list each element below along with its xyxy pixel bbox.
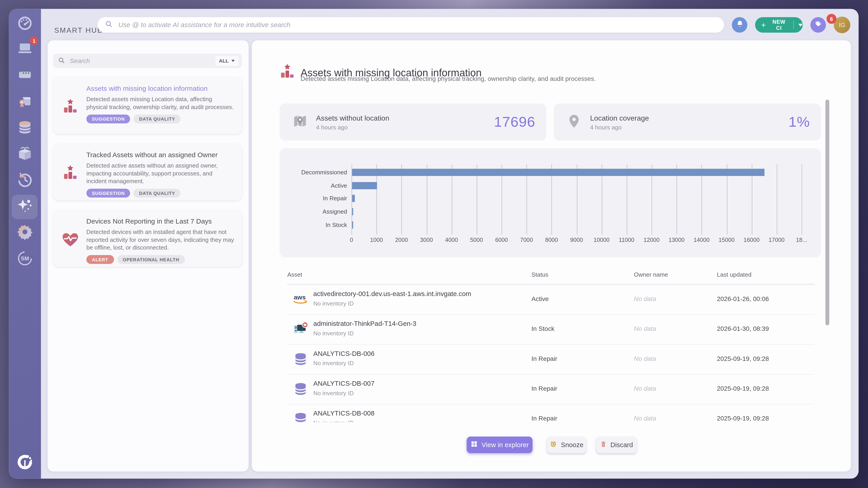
suggestion-badges: SUGGESTIONDATA QUALITY (86, 189, 234, 198)
button-label: Discard (611, 441, 633, 449)
vertical-scrollbar[interactable] (825, 100, 829, 325)
table-row[interactable]: awsactivedirectory-001.dev.us-east-1.aws… (287, 285, 814, 315)
servers-icon (16, 66, 34, 86)
notifications-button[interactable] (732, 17, 747, 33)
podium-icon (59, 151, 82, 194)
view-in-explorer-button[interactable]: View in explorer (467, 436, 533, 453)
inventory-box-icon (16, 145, 34, 165)
chart-bar-active[interactable] (352, 182, 377, 189)
stat-card: Location coverage4 hours ago1% (554, 103, 821, 140)
sidebar-item-inventory-box[interactable] (16, 145, 34, 164)
discard-button[interactable]: Discard (596, 436, 637, 453)
chart-x-tick: 13000 (669, 237, 685, 243)
asset-inventory-id: No inventory ID (313, 419, 354, 422)
chart-x-tick: 5000 (470, 237, 483, 243)
search-icon (58, 56, 65, 66)
sidebar-item-history[interactable] (16, 172, 34, 190)
table-row[interactable]: ANALYTICS-DB-008No inventory IDIn Repair… (287, 404, 814, 422)
suggestions-search-input[interactable] (69, 57, 211, 65)
chart-x-tick: 6000 (495, 237, 508, 243)
asset-owner: No data (634, 355, 656, 362)
asset-status: In Repair (531, 415, 557, 422)
chart-x-tick: 17000 (769, 237, 785, 243)
suggestions-panel: ALL Assets with missing location informa… (48, 40, 249, 471)
table-header-divider (287, 284, 814, 284)
snooze-button[interactable]: Snooze (547, 436, 586, 453)
chart-x-tick: 4000 (445, 237, 458, 243)
grid-icon (471, 441, 478, 449)
insight-detail-panel: Assets with missing location information… (252, 40, 851, 471)
button-label: Snooze (561, 441, 584, 449)
sidebar-item-settings[interactable] (16, 224, 34, 242)
chart-gridline (802, 164, 802, 235)
svg-text:SM: SM (21, 255, 29, 261)
alarm-icon (550, 441, 557, 449)
chevron-down-icon[interactable] (798, 24, 803, 26)
asset-owner: No data (634, 385, 656, 392)
chart-bar-in-stock[interactable] (352, 221, 353, 228)
stat-text: Location coverage4 hours ago (590, 114, 649, 131)
sidebar-item-dashboard-gauge[interactable] (16, 15, 34, 34)
suggestion-card[interactable]: Tracked Assets without an assigned Owner… (53, 144, 242, 200)
sidebar-item-licenses[interactable] (16, 93, 34, 112)
table-row[interactable]: administrator-ThinkPad-T14-Gen-3No inven… (287, 315, 814, 345)
asset-inventory-id: No inventory ID (313, 360, 354, 366)
chart-bar-assigned[interactable] (352, 208, 353, 215)
suggestion-card[interactable]: Devices Not Reporting in the Last 7 Days… (53, 210, 242, 267)
sidebar-item-service-management[interactable]: SM (16, 250, 34, 269)
licenses-icon (16, 92, 34, 112)
column-header-asset: Asset (287, 271, 302, 278)
invgate-logo-icon[interactable] (17, 454, 33, 470)
badge-data-quality: DATA QUALITY (133, 189, 181, 198)
sidebar-item-devices[interactable]: 1 (16, 39, 34, 58)
new-ci-button[interactable]: + NEW CI (755, 17, 803, 33)
table-row[interactable]: ANALYTICS-DB-007No inventory IDIn Repair… (287, 375, 814, 404)
chart-x-tick: 3000 (420, 237, 433, 243)
chart-x-tick: 14000 (693, 237, 710, 243)
chart-x-tick: 2000 (395, 237, 408, 243)
trash-icon (600, 441, 607, 449)
database-icon (292, 351, 309, 367)
chart-x-tick: 10000 (593, 237, 610, 243)
asset-inventory-id: No inventory ID (313, 300, 354, 306)
chart-x-tick: 9000 (570, 237, 583, 243)
global-search[interactable] (97, 17, 724, 33)
bell-icon (735, 20, 744, 30)
chart-x-tick: 15000 (719, 237, 735, 243)
badge-suggestion: SUGGESTION (86, 115, 130, 124)
chart-bar-decommissioned[interactable] (352, 168, 765, 176)
asset-owner: No data (634, 295, 656, 302)
stat-card: Assets without location4 hours ago17696 (279, 103, 546, 140)
tags-button[interactable] (810, 17, 826, 33)
stat-updated: 4 hours ago (316, 124, 389, 130)
filter-dropdown[interactable]: ALL (215, 56, 239, 66)
suggestions-search[interactable]: ALL (53, 54, 242, 68)
stat-text: Assets without location4 hours ago (316, 114, 389, 131)
suggestion-card[interactable]: Assets with missing location information… (53, 77, 242, 134)
asset-last-updated: 2026-01-30, 08:39 (717, 325, 769, 332)
database-icon (292, 411, 309, 422)
sidebar-item-smart-hub-sparkles[interactable] (16, 198, 34, 216)
chart-x-tick: 18... (796, 237, 807, 243)
aws-icon: aws (292, 291, 309, 308)
table-row[interactable]: ANALYTICS-DB-006No inventory IDIn Repair… (287, 345, 814, 375)
asset-inventory-id: No inventory ID (313, 390, 354, 396)
asset-inventory-id: No inventory ID (313, 330, 354, 336)
asset-last-updated: 2025-09-19, 09:28 (717, 385, 769, 392)
svg-text:aws: aws (294, 294, 306, 301)
global-search-input[interactable] (117, 21, 716, 29)
stat-updated: 4 hours ago (590, 124, 649, 130)
sidebar-item-servers[interactable] (16, 66, 34, 85)
insight-icon (278, 62, 294, 78)
stat-value: 1% (788, 113, 810, 131)
chart-x-tick: 0 (350, 237, 353, 243)
service-management-icon: SM (16, 250, 34, 269)
chart-x-tick: 7000 (520, 237, 533, 243)
asset-table: awsactivedirectory-001.dev.us-east-1.aws… (287, 285, 814, 422)
sidebar-item-databases[interactable] (16, 119, 34, 138)
database-icon (292, 381, 309, 397)
chart-bar-in-repair[interactable] (352, 194, 355, 202)
suggestion-title: Assets with missing location information (86, 85, 234, 93)
chart-category-label: Decommissioned (279, 169, 347, 175)
stat-value: 17696 (494, 113, 535, 131)
